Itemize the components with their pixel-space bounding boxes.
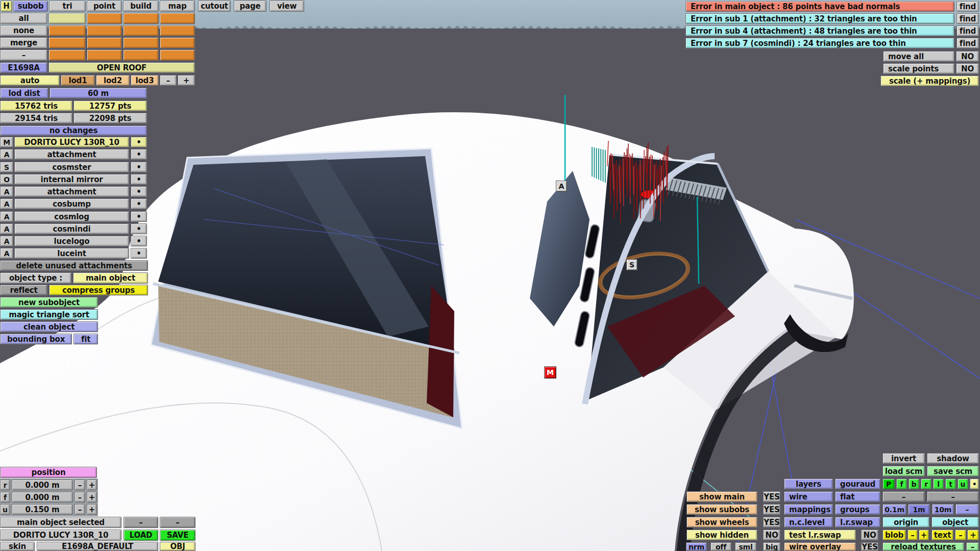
position-value-r[interactable]: 0.000 m xyxy=(12,480,73,490)
selection-grid-cell[interactable] xyxy=(160,49,195,61)
selection-grid-cell[interactable] xyxy=(160,37,195,48)
bounding-box-button[interactable]: bounding box xyxy=(0,334,72,344)
flag-t-button[interactable]: t xyxy=(945,479,956,489)
grid-1m-button[interactable]: 1m xyxy=(908,504,930,515)
position-r-minus-button[interactable]: – xyxy=(75,480,85,490)
position-u-minus-button[interactable]: – xyxy=(75,504,85,515)
selection-grid-cell[interactable] xyxy=(87,37,122,48)
test-lr-swap-toggle[interactable]: NO xyxy=(861,530,878,540)
flag-u-button[interactable]: u xyxy=(958,479,968,489)
origin-button[interactable]: origin xyxy=(883,517,929,528)
selection-grid-cell[interactable] xyxy=(48,49,86,61)
selection-grid-cell[interactable] xyxy=(87,13,122,24)
save-button[interactable]: SAVE xyxy=(160,530,195,541)
delete-unused-attachments-button[interactable]: delete unused attachments xyxy=(0,260,148,271)
error-find-button[interactable]: find xyxy=(957,13,979,24)
object-row[interactable]: luceint xyxy=(14,248,129,259)
gouraud-button[interactable]: gouraud xyxy=(835,479,880,489)
object-row-main[interactable]: DORITO LUCY 130R_10 xyxy=(14,137,129,147)
position-f-plus-button[interactable]: + xyxy=(87,492,97,503)
show-main-toggle[interactable]: YES xyxy=(763,491,780,502)
lod3-button[interactable]: lod3 xyxy=(131,75,159,86)
object-visibility-dot[interactable]: • xyxy=(131,186,147,197)
load-button[interactable]: LOAD xyxy=(124,530,158,541)
object-visibility-dot[interactable]: • xyxy=(131,198,147,209)
object-filename[interactable]: DORITO LUCY 130R_10 xyxy=(0,530,121,541)
object-visibility-dot[interactable]: • xyxy=(131,211,147,222)
object-type-cell[interactable]: A xyxy=(0,149,13,160)
load-scm-button[interactable]: load scm xyxy=(883,466,925,477)
menu-item-cutout[interactable]: cutout xyxy=(198,1,231,12)
view-dash-button[interactable]: – xyxy=(927,491,979,502)
object-visibility-dot[interactable]: • xyxy=(131,223,147,234)
flag-p-button[interactable]: P xyxy=(883,479,895,489)
position-r-plus-button[interactable]: + xyxy=(87,480,97,490)
selection-grid-cell[interactable] xyxy=(123,37,159,48)
model-code-button[interactable]: E1698A xyxy=(0,62,47,73)
reload-textures-dash-button[interactable]: – xyxy=(966,542,979,551)
flat-button[interactable]: flat xyxy=(835,491,880,502)
text-minus-button[interactable]: – xyxy=(955,530,966,540)
wire-button[interactable]: wire xyxy=(784,491,833,502)
object-type-cell[interactable]: A xyxy=(0,236,13,246)
menu-item-map[interactable]: map xyxy=(160,1,195,12)
merge-button[interactable]: merge xyxy=(0,37,47,48)
text-plus-button[interactable]: + xyxy=(967,530,979,540)
position-value-f[interactable]: 0.000 m xyxy=(12,492,73,503)
position-u-plus-button[interactable]: + xyxy=(87,504,97,515)
nrm-off-button[interactable]: off xyxy=(710,542,731,551)
flag-f-button[interactable]: f xyxy=(896,479,907,489)
selection-grid-cell[interactable] xyxy=(48,25,86,36)
compress-groups-button[interactable]: compress groups xyxy=(49,285,148,295)
selection-dash-button[interactable]: – xyxy=(160,517,195,528)
object-row[interactable]: lucelogo xyxy=(14,236,129,246)
menu-item-build[interactable]: build xyxy=(123,1,159,12)
object-type-cell[interactable]: O xyxy=(0,174,13,185)
lod2-button[interactable]: lod2 xyxy=(96,75,130,86)
show-main-label[interactable]: show main xyxy=(687,491,757,502)
view-dash-button[interactable]: – xyxy=(883,491,925,502)
flag-l-button[interactable]: l xyxy=(933,479,944,489)
reflect-button[interactable]: reflect xyxy=(0,285,47,295)
object-row[interactable]: attachment xyxy=(14,186,129,197)
menu-item-point[interactable]: point xyxy=(87,1,122,12)
error-find-button[interactable]: find xyxy=(957,26,979,36)
scale-mappings-button[interactable]: scale (+ mappings) xyxy=(880,76,979,86)
skin-value[interactable]: E1698A_DEFAULT xyxy=(37,542,158,551)
position-f-minus-button[interactable]: – xyxy=(75,492,85,503)
show-hidden-label[interactable]: show hidden xyxy=(687,530,757,540)
bounding-box-fit-button[interactable]: fit xyxy=(74,334,98,344)
menu-item-view[interactable]: view xyxy=(270,1,304,12)
blob-button[interactable]: blob xyxy=(883,530,906,540)
blob-plus-button[interactable]: + xyxy=(919,530,929,540)
scale-points-label[interactable]: scale points xyxy=(883,63,954,74)
lod-minus-button[interactable]: – xyxy=(160,75,177,86)
model-name-button[interactable]: OPEN ROOF xyxy=(48,62,195,73)
selection-grid-cell[interactable] xyxy=(160,13,195,24)
selection-grid-cell[interactable] xyxy=(48,37,86,48)
move-all-toggle[interactable]: NO xyxy=(956,51,979,62)
menu-item-h[interactable]: H xyxy=(1,1,12,12)
object-visibility-dot[interactable]: • xyxy=(131,236,147,246)
selection-grid-cell[interactable] xyxy=(123,25,159,36)
object-visibility-dot[interactable]: • xyxy=(131,248,147,259)
object-type-cell[interactable]: A xyxy=(0,248,13,259)
object-row[interactable]: cosbump xyxy=(14,198,129,209)
object-row[interactable]: cosmster xyxy=(14,162,129,172)
flag-r-button[interactable]: r xyxy=(921,479,932,489)
menu-item-subob[interactable]: subob xyxy=(13,1,48,12)
show-wheels-toggle[interactable]: YES xyxy=(763,517,780,528)
show-hidden-toggle[interactable]: NO xyxy=(763,530,780,540)
position-value-u[interactable]: 0.150 m xyxy=(12,504,73,515)
error-find-button[interactable]: find xyxy=(957,1,979,12)
invert-button[interactable]: invert xyxy=(883,453,925,464)
select-none-button[interactable]: none xyxy=(0,25,47,36)
move-all-label[interactable]: move all xyxy=(883,51,954,62)
menu-item-tri[interactable]: tri xyxy=(49,1,86,12)
selector-dash-button[interactable]: – xyxy=(0,49,47,61)
grid-01m-button[interactable]: 0.1m xyxy=(883,504,906,515)
shadow-button[interactable]: shadow xyxy=(927,453,979,464)
groups-button[interactable]: groups xyxy=(835,504,880,515)
error-find-button[interactable]: find xyxy=(957,38,979,48)
nrm-sml-button[interactable]: sml xyxy=(735,542,756,551)
